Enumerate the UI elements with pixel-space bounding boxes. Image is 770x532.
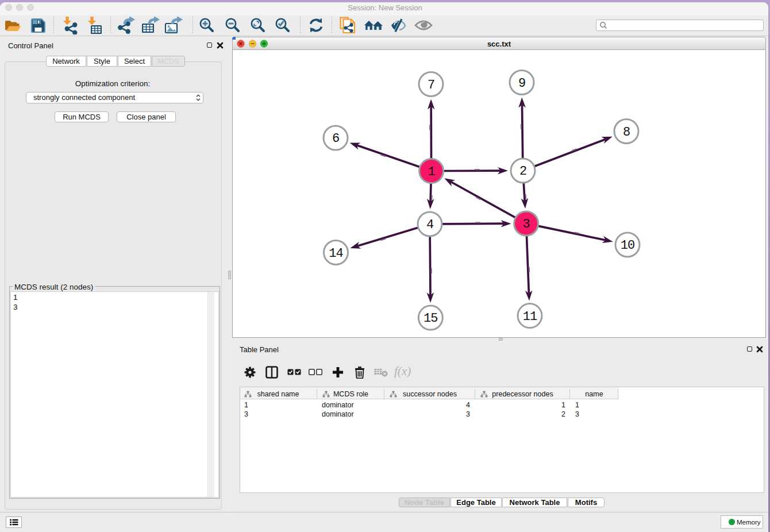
svg-text:8: 8 [623, 125, 630, 140]
svg-text:1: 1 [428, 165, 435, 179]
svg-text:14: 14 [329, 246, 343, 261]
svg-text:9: 9 [518, 76, 525, 91]
svg-text:3: 3 [522, 217, 529, 232]
svg-text:6: 6 [332, 132, 339, 146]
svg-text:4: 4 [426, 218, 434, 232]
svg-text:11: 11 [523, 310, 537, 324]
svg-text:15: 15 [424, 311, 437, 326]
svg-text:2: 2 [519, 164, 526, 179]
svg-text:10: 10 [621, 238, 634, 253]
svg-text:7: 7 [428, 78, 434, 92]
